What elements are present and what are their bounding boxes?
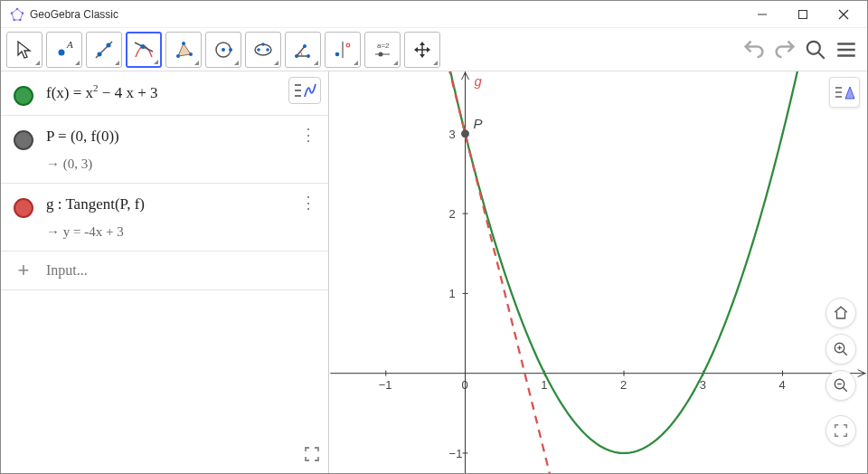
svg-point-9 [59,49,65,55]
window-title: GeoGebra Classic [30,8,741,21]
svg-point-37 [807,41,820,53]
minimize-button[interactable] [741,1,782,28]
svg-rect-6 [798,10,807,18]
add-input-button[interactable]: + [1,259,46,282]
search-button[interactable] [800,34,831,65]
svg-point-13 [107,43,111,47]
svg-text:1: 1 [449,287,456,300]
algebra-expression: P = (0, f(0)) [46,125,296,148]
close-button[interactable] [823,1,863,28]
svg-text:0: 0 [462,378,468,392]
graphics-style-button[interactable] [829,77,860,108]
algebra-input-row: + [1,251,328,290]
algebra-expression: f(x) = x2 − 4 x + 3 [46,81,296,104]
svg-text:−1: −1 [379,378,392,392]
svg-text:1: 1 [541,378,547,392]
svg-line-78 [843,387,847,392]
tool-slider[interactable]: a=2 [364,32,401,68]
row-menu-button[interactable]: ⋮ [296,125,321,145]
svg-text:2: 2 [620,378,627,392]
svg-point-15 [141,44,146,49]
zoom-out-button[interactable] [826,370,856,401]
algebra-row[interactable]: P = (0, f(0)) → (0, 3) ⋮ [1,116,328,184]
svg-text:3: 3 [449,128,456,141]
svg-point-30 [335,52,340,56]
algebra-input[interactable] [46,262,321,279]
app-logo-icon [10,7,24,22]
svg-point-16 [176,54,180,58]
svg-point-25 [261,43,265,46]
svg-text:P: P [473,116,482,131]
window-titlebar: GeoGebra Classic [1,1,867,28]
algebra-result: → y = -4x + 3 [46,222,296,242]
undo-button[interactable] [739,34,769,65]
svg-point-23 [257,48,260,52]
tool-conic[interactable] [245,32,281,68]
svg-text:−1: −1 [449,447,463,460]
graphics-view[interactable]: −101234−1123gP [329,71,867,473]
tool-point[interactable]: A [46,32,82,68]
visibility-toggle[interactable] [14,198,33,218]
algebra-row[interactable]: g : Tangent(P, f) → y = -4x + 3 ⋮ [1,184,328,251]
row-menu-button[interactable]: ⋮ [296,193,321,213]
algebra-result: → (0, 3) [46,154,296,175]
svg-point-12 [98,52,102,56]
menu-button[interactable] [831,34,862,65]
main-toolbar: A a=2 [1,28,867,71]
visibility-toggle[interactable] [14,86,33,106]
svg-line-74 [843,351,847,356]
svg-point-31 [346,43,350,47]
svg-line-38 [818,52,825,59]
graphics-fullscreen-button[interactable] [826,415,856,446]
tool-move-view[interactable] [404,32,440,68]
svg-point-18 [189,52,193,56]
algebra-fullscreen-button[interactable] [303,445,321,466]
svg-text:4: 4 [779,378,786,392]
graphics-home-button[interactable] [826,298,856,328]
svg-point-20 [222,48,225,52]
maximize-button[interactable] [782,1,823,28]
graphics-canvas[interactable]: −101234−1123gP [329,71,867,473]
tool-move[interactable] [6,32,42,68]
zoom-in-button[interactable] [826,334,856,365]
tool-angle[interactable] [285,32,321,68]
svg-point-68 [461,129,469,137]
algebra-row[interactable]: f(x) = x2 − 4 x + 3 [1,71,328,116]
redo-button[interactable] [769,34,800,65]
svg-text:a=2: a=2 [377,42,390,50]
svg-point-28 [303,44,307,48]
svg-point-27 [307,54,310,58]
svg-text:A: A [66,39,73,50]
svg-point-21 [229,48,232,52]
tool-polygon[interactable] [165,32,202,68]
tool-circle[interactable] [205,32,241,68]
tool-transform[interactable] [325,32,361,68]
visibility-toggle[interactable] [14,130,33,150]
svg-point-26 [295,54,298,58]
tool-line[interactable] [86,32,122,68]
svg-point-17 [182,42,185,45]
algebra-expression: g : Tangent(P, f) [46,193,296,216]
algebra-view-toggle[interactable] [288,77,321,104]
tool-special-line[interactable] [126,32,162,68]
svg-point-34 [379,52,383,56]
svg-text:g: g [474,73,482,89]
svg-text:2: 2 [449,207,456,221]
algebra-view: f(x) = x2 − 4 x + 3 P = (0, f(0)) → (0, … [1,71,329,473]
svg-point-24 [266,48,269,52]
